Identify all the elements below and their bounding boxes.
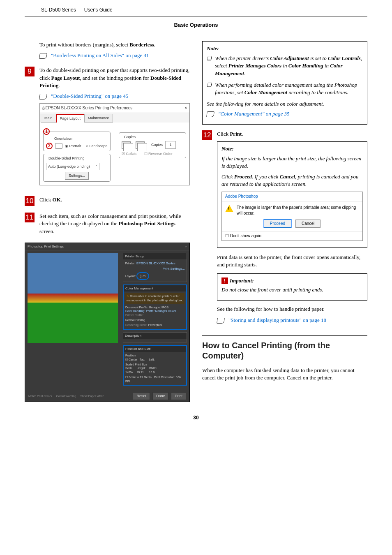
ps-reset-button: Reset xyxy=(133,392,150,400)
hand-icon xyxy=(39,92,48,100)
link-double-sided[interactable]: "Double-Sided Printing" on page 45 xyxy=(51,92,128,100)
important-body: Do not close the front cover until print… xyxy=(221,286,363,294)
page-number: 30 xyxy=(25,414,367,421)
tab-maintenance: Maintenance xyxy=(84,114,113,123)
ps-print-button: Print xyxy=(171,392,186,400)
prefs-title: EPSON SL-DXXXX Series Printing Preferenc… xyxy=(46,106,133,110)
callout-1: 1 xyxy=(43,128,50,135)
note-box-1: Note: When the printer driver's Color Ad… xyxy=(202,41,367,125)
link-storing-printouts[interactable]: "Storing and displaying printouts" on pa… xyxy=(228,317,326,324)
ps-print-settings-btn: Print Settings... xyxy=(125,266,185,271)
note2-p2: Click Proceed. If you click Cancel, prin… xyxy=(221,173,363,188)
cancel-printing-body: When the computer has finished sending d… xyxy=(202,367,367,382)
copies-value: 1 xyxy=(165,141,176,149)
photoshop-print-settings-screenshot: Photoshop Print Settings × Printer Setup… xyxy=(25,243,190,402)
step-9-badge: 9 xyxy=(25,67,35,76)
adobe-dialog: Adobe Photoshop The image is larger than… xyxy=(221,192,363,241)
proceed-button: Proceed xyxy=(264,220,291,228)
ps-preview-image xyxy=(28,253,118,343)
printing-preferences-screenshot: ⎙ EPSON SL-DXXXX Series Printing Prefere… xyxy=(39,103,190,185)
ps-title: Photoshop Print Settings xyxy=(28,244,64,249)
ps-position-size-title: Position and Size xyxy=(124,346,186,352)
radio-portrait: ◉ Portrait xyxy=(65,143,81,149)
step-12-text: Click Print. xyxy=(217,130,367,138)
ps-color-mgmt-title: Color Management xyxy=(124,285,186,291)
close-icon: × xyxy=(185,244,187,249)
heading-cancel-printing: How to Cancel Printing (from the Compute… xyxy=(202,335,367,361)
step-10-text: Click OK. xyxy=(39,196,190,204)
dsp-select: Auto (Long-edge binding) ˅ xyxy=(46,163,99,171)
note-title: Note: xyxy=(207,45,363,52)
see-handle-text: See the following for how to handle prin… xyxy=(217,305,367,313)
cancel-button: Cancel xyxy=(295,220,321,228)
note1-item1: When the printer driver's Color Adjustme… xyxy=(207,55,363,77)
step-9-text: To do double-sided printing on paper tha… xyxy=(39,67,190,89)
step-11-badge: 11 xyxy=(25,213,35,222)
orientation-label: Orientation xyxy=(53,136,73,141)
dialog-message: The image is larger than the paper's pri… xyxy=(237,205,359,216)
borderless-intro: To print without borders (margins), sele… xyxy=(39,41,190,49)
ps-printer-setup-title: Printer Setup xyxy=(123,253,187,259)
copies-label: Copies xyxy=(123,134,136,140)
important-box: ! Important: Do not close the front cove… xyxy=(217,273,367,301)
note2-p1: If the image size is larger than the pri… xyxy=(221,155,363,170)
link-color-management[interactable]: "Color Management" on page 35 xyxy=(218,110,289,118)
hand-icon xyxy=(217,317,226,324)
copies-icon xyxy=(122,141,131,149)
note1-see: See the following for more details on co… xyxy=(207,100,363,108)
copies-icon xyxy=(136,141,145,149)
radio-landscape: ○ Landscape xyxy=(86,143,108,149)
dont-show-again: ☐ Don't show again xyxy=(225,234,261,238)
copies-fld-label: Copies xyxy=(151,142,163,148)
layout-icons: ▯ ▭ xyxy=(136,272,149,280)
step-12-badge: 12 xyxy=(202,130,212,140)
dialog-title: Adobe Photoshop xyxy=(222,192,362,201)
callout-2: 2 xyxy=(46,143,53,149)
portrait-icon xyxy=(55,143,62,149)
close-icon: × xyxy=(184,105,187,111)
after-step12-text: Print data is sent to the printer, the f… xyxy=(217,254,367,268)
settings-button: Settings... xyxy=(65,172,89,180)
reverse-check: ☐ Reverse Order xyxy=(144,151,173,157)
link-borderless[interactable]: "Borderless Printing on All Sides" on pa… xyxy=(51,52,149,59)
ps-done-button: Done xyxy=(152,392,169,400)
hand-icon xyxy=(39,52,48,59)
doc-type: User's Guide xyxy=(84,7,113,14)
warning-icon xyxy=(225,205,233,212)
important-icon: ! xyxy=(221,278,228,284)
note1-item2: When performing detailed color managemen… xyxy=(207,81,363,96)
tab-page-layout: Page Layout xyxy=(56,114,85,123)
product-name: SL-D500 Series xyxy=(41,7,76,14)
step-11-text: Set each item, such as color management … xyxy=(39,213,190,235)
section-title: Basic Operations xyxy=(25,16,367,41)
collate-check: ☑ Collate xyxy=(122,151,138,157)
dsp-label: Double-Sided Printing xyxy=(48,156,85,161)
page-header: SL-D500 Series User's Guide xyxy=(25,4,367,16)
tab-main: Main xyxy=(41,114,56,123)
hand-icon xyxy=(207,110,216,118)
note-box-2: Note: If the image size is larger than t… xyxy=(217,141,367,248)
step-10-badge: 10 xyxy=(25,196,35,206)
